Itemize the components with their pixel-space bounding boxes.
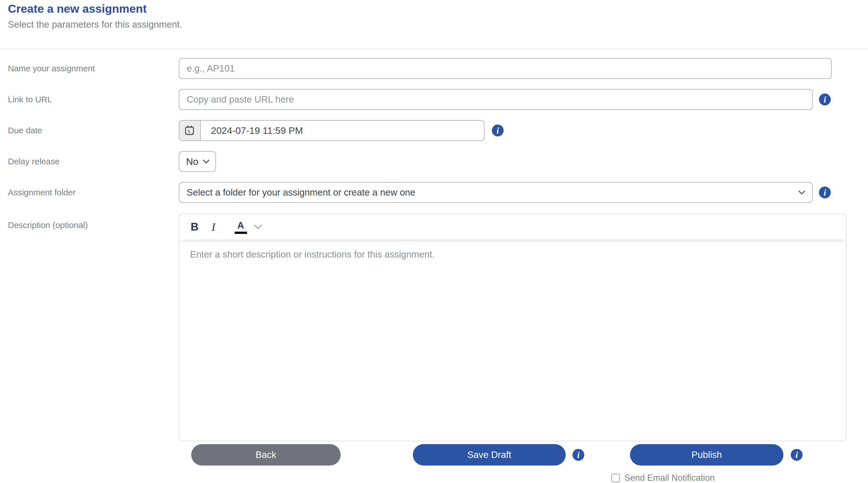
page-title: Create a new assignment xyxy=(8,2,868,16)
back-button[interactable]: Back xyxy=(191,444,341,465)
folder-select[interactable]: Select a folder for your assignment or c… xyxy=(179,182,813,203)
delay-release-value: No xyxy=(186,156,198,167)
chevron-down-icon xyxy=(798,190,805,195)
calendar-icon: 1 xyxy=(184,125,195,136)
svg-text:1: 1 xyxy=(188,129,190,134)
url-label: Link to URL xyxy=(0,95,179,104)
bold-button[interactable]: B xyxy=(191,221,198,233)
send-email-checkbox[interactable] xyxy=(611,474,620,482)
publish-info-icon[interactable]: i xyxy=(791,449,803,461)
text-color-dropdown-button[interactable] xyxy=(253,224,263,230)
save-draft-button[interactable]: Save Draft xyxy=(413,444,566,465)
text-color-letter: A xyxy=(238,220,244,231)
name-label: Name your assignment xyxy=(0,64,179,73)
page-subtitle: Select the parameters for this assignmen… xyxy=(8,19,868,30)
form-actions: Back Save Draft i Publish i xyxy=(191,444,868,465)
row-due-date: Due date 1 2024-07-19 11:59 PM i xyxy=(0,120,868,141)
assignment-name-input[interactable] xyxy=(179,58,832,79)
text-color-swatch xyxy=(235,232,247,234)
description-toolbar: B I A xyxy=(179,214,846,239)
due-date-group: 1 2024-07-19 11:59 PM xyxy=(179,120,485,141)
description-editor: B I A Enter a short description or instr… xyxy=(179,214,846,441)
due-date-info-icon[interactable]: i xyxy=(492,125,504,136)
folder-info-icon[interactable]: i xyxy=(819,187,831,198)
folder-select-value: Select a folder for your assignment or c… xyxy=(187,187,415,198)
chevron-down-icon xyxy=(253,224,263,230)
url-info-icon[interactable]: i xyxy=(819,94,831,105)
description-textarea[interactable]: Enter a short description or instruction… xyxy=(179,239,846,441)
text-color-button[interactable]: A xyxy=(235,220,247,234)
row-folder: Assignment folder Select a folder for yo… xyxy=(0,182,868,203)
send-email-label[interactable]: Send Email Notification xyxy=(624,473,715,483)
chevron-down-icon xyxy=(203,159,210,164)
row-url: Link to URL i xyxy=(0,89,868,110)
row-description: Description (optional) B I A Enter a sho… xyxy=(0,214,868,441)
description-label: Description (optional) xyxy=(0,214,179,230)
url-input[interactable] xyxy=(179,89,813,110)
save-draft-info-icon[interactable]: i xyxy=(572,449,584,461)
delay-release-label: Delay release xyxy=(0,157,179,166)
due-date-value[interactable]: 2024-07-19 11:59 PM xyxy=(201,121,484,140)
calendar-button[interactable]: 1 xyxy=(179,121,201,140)
page-header: Create a new assignment Select the param… xyxy=(0,0,868,30)
row-name: Name your assignment xyxy=(0,58,868,79)
email-notification-row: Send Email Notification xyxy=(611,473,868,483)
delay-release-select[interactable]: No xyxy=(179,151,216,172)
italic-button[interactable]: I xyxy=(212,220,215,234)
row-delay-release: Delay release No xyxy=(0,151,868,172)
folder-label: Assignment folder xyxy=(0,188,179,197)
assignment-form: Name your assignment Link to URL i Due d… xyxy=(0,49,868,483)
publish-button[interactable]: Publish xyxy=(630,444,783,465)
due-date-label: Due date xyxy=(0,126,179,135)
